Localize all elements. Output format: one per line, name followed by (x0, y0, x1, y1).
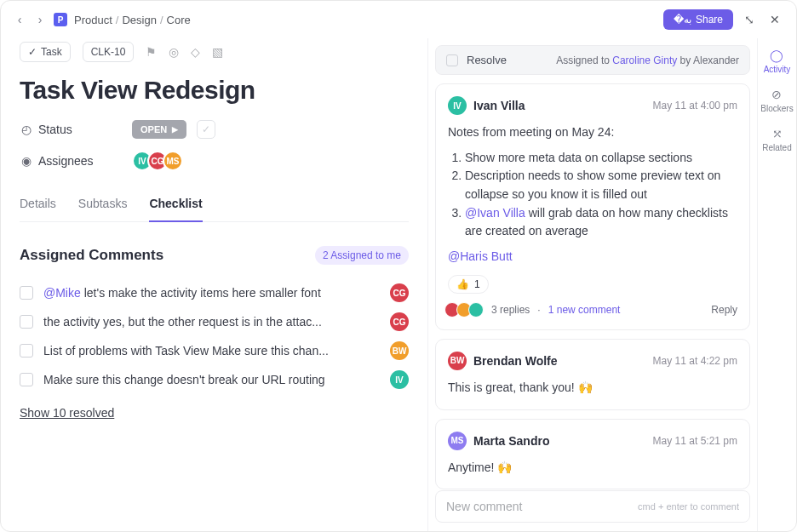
status-icon: ◴ (20, 123, 32, 136)
reply-button[interactable]: Reply (711, 304, 737, 316)
breadcrumb-item[interactable]: Product (74, 14, 112, 26)
comment-checkbox[interactable] (20, 286, 33, 300)
target-icon[interactable]: ◎ (169, 45, 179, 59)
tag-icon[interactable]: ◇ (191, 45, 200, 59)
assigned-badge[interactable]: 2 Assigned to me (315, 246, 409, 265)
avatar[interactable]: IV (390, 370, 409, 389)
share-button[interactable]: �به Share (663, 9, 733, 30)
breadcrumb[interactable]: Product / Design / Core (74, 14, 191, 26)
close-icon[interactable]: ✕ (765, 10, 784, 29)
assignees-icon: ◉ (20, 155, 32, 168)
assignees-avatars[interactable]: IV CG MS (132, 151, 183, 171)
comment-input[interactable] (446, 500, 638, 513)
status-label: Status (38, 123, 72, 136)
avatar[interactable] (468, 302, 484, 317)
comment-card: BWBrendan WolfeMay 11 at 4:22 pmThis is … (435, 339, 750, 410)
comment-checkbox[interactable] (20, 344, 33, 358)
assigned-user-link[interactable]: Caroline Ginty (612, 54, 677, 66)
comment-author: Ivan Villa (473, 99, 525, 112)
list-item[interactable]: Make sure this change doesn't break our … (20, 365, 409, 394)
image-icon[interactable]: ▧ (212, 45, 223, 59)
comment-author: Brendan Wolfe (473, 354, 558, 368)
rail-related[interactable]: ⤱Related (762, 127, 791, 152)
rail-activity[interactable]: ◯Activity (764, 49, 791, 74)
list-item[interactable]: List of problems with Task View Make sur… (20, 336, 409, 365)
breadcrumb-item[interactable]: Design (122, 14, 156, 26)
chevron-right-icon: ▶ (172, 125, 178, 134)
avatar[interactable]: CG (390, 283, 409, 302)
comment-time: May 11 at 4:22 pm (653, 355, 737, 367)
comment-text: the activity yes, but the other request … (43, 315, 385, 329)
share-label: Share (696, 14, 723, 26)
show-resolved-link[interactable]: Show 10 resolved (20, 406, 114, 420)
avatar[interactable]: MS (163, 151, 183, 171)
list-item[interactable]: @Mike let's make the activity items here… (20, 278, 409, 307)
status-complete-toggle[interactable]: ✓ (197, 120, 215, 139)
flag-icon[interactable]: ⚑ (146, 45, 157, 59)
list-item[interactable]: the activity yes, but the other request … (20, 307, 409, 336)
breadcrumb-item[interactable]: Core (167, 14, 191, 26)
avatar[interactable]: IV (448, 96, 467, 115)
comment-text: @Mike let's make the activity items here… (43, 286, 385, 300)
page-title: Task View Redesign (20, 76, 409, 105)
task-id-pill[interactable]: CLK-10 (83, 42, 135, 62)
comment-text: List of problems with Task View Make sur… (43, 344, 385, 358)
comment-checkbox[interactable] (20, 373, 33, 386)
avatar[interactable]: MS (448, 432, 467, 450)
related-icon: ⤱ (772, 127, 783, 140)
blockers-icon: ⊘ (771, 88, 782, 101)
resolve-label: Resolve (467, 54, 507, 66)
comment-text: Make sure this change doesn't break our … (43, 373, 385, 386)
rail-blockers[interactable]: ⊘Blockers (760, 88, 793, 113)
tab-subtasks[interactable]: Subtasks (78, 190, 128, 221)
tab-details[interactable]: Details (20, 190, 56, 221)
nav-forward[interactable]: › (33, 13, 47, 26)
avatar[interactable]: CG (390, 312, 409, 331)
mention-link[interactable]: @Haris Butt (448, 249, 513, 263)
avatar[interactable]: BW (390, 341, 409, 360)
reaction[interactable]: 👍1 (448, 275, 489, 294)
tab-checklist[interactable]: Checklist (149, 190, 202, 222)
comment-card: IVIvan VillaMay 11 at 4:00 pmNotes from … (435, 83, 750, 330)
comment-time: May 11 at 4:00 pm (653, 100, 737, 112)
nav-back[interactable]: ‹ (13, 13, 26, 26)
avatar[interactable]: BW (448, 352, 467, 370)
comment-card: MSMarta SandroMay 11 at 5:21 pmAnytime! … (435, 419, 750, 490)
status-chip[interactable]: OPEN▶ (132, 120, 186, 139)
replies-row: 3 replies·1 new commentReply (448, 302, 737, 317)
section-title: Assigned Comments (20, 247, 163, 264)
comment-checkbox[interactable] (20, 315, 33, 329)
task-pill[interactable]: ✓Task (20, 42, 71, 62)
new-comment-link[interactable]: 1 new comment (548, 304, 621, 316)
share-icon: �به (674, 14, 691, 26)
activity-icon: ◯ (770, 49, 783, 62)
minimize-icon[interactable]: ⤡ (740, 10, 759, 29)
comment-author: Marta Sandro (473, 434, 549, 448)
resolve-checkbox[interactable] (446, 54, 458, 66)
app-icon: P (54, 13, 67, 26)
replies-count[interactable]: 3 replies (491, 304, 530, 316)
comment-composer[interactable]: cmd + enter to comment (435, 490, 750, 523)
assignees-label: Assignees (38, 154, 94, 168)
composer-hint: cmd + enter to comment (638, 501, 739, 512)
assigned-info: Assigned to Caroline Ginty by Alexander (556, 54, 739, 66)
comment-time: May 11 at 5:21 pm (653, 435, 737, 447)
